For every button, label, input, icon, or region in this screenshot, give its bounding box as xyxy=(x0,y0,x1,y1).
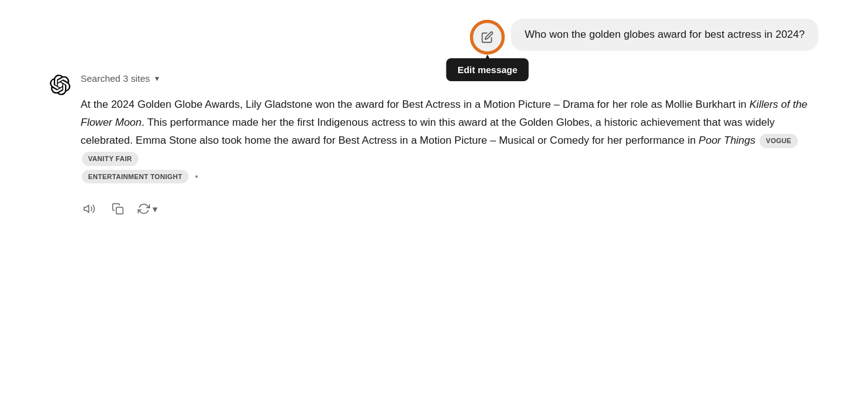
ai-content: Searched 3 sites ▾ At the 2024 Golden Gl… xyxy=(81,73,818,217)
ai-avatar-icon xyxy=(50,74,71,95)
edit-message-button[interactable] xyxy=(471,21,503,53)
citation-separator-dot xyxy=(195,175,198,178)
citation-badge-vanityfair[interactable]: VANITY FAIR xyxy=(82,152,138,166)
movie-title-2: Poor Things xyxy=(699,134,756,146)
response-actions: ▾ xyxy=(81,200,818,217)
chevron-down-icon: ▾ xyxy=(155,74,159,83)
ai-response-row: Searched 3 sites ▾ At the 2024 Golden Gl… xyxy=(50,73,818,217)
edit-button-wrapper: Edit message xyxy=(471,21,503,53)
regenerate-button[interactable]: ▾ xyxy=(138,203,157,215)
svg-rect-1 xyxy=(117,208,123,214)
citation-badge-vogue[interactable]: VOGUE xyxy=(760,134,797,148)
ai-response-body: At the 2024 Golden Globe Awards, Lily Gl… xyxy=(81,96,818,185)
response-text-part1: At the 2024 Golden Globe Awards, Lily Gl… xyxy=(81,99,750,110)
edit-tooltip: Edit message xyxy=(446,58,529,81)
speak-button[interactable] xyxy=(81,200,98,217)
chevron-down-icon: ▾ xyxy=(153,203,157,215)
response-text-part2: . This performance made her the first In… xyxy=(81,116,774,146)
user-message-row: Edit message Who won the golden globes a… xyxy=(50,19,818,53)
searched-sites-text: Searched 3 sites xyxy=(81,73,150,84)
copy-button[interactable] xyxy=(109,200,126,217)
svg-marker-0 xyxy=(84,206,89,213)
user-message-bubble: Who won the golden globes award for best… xyxy=(511,19,818,51)
citation-badge-et[interactable]: ENTERTAINMENT TONIGHT xyxy=(82,170,188,184)
